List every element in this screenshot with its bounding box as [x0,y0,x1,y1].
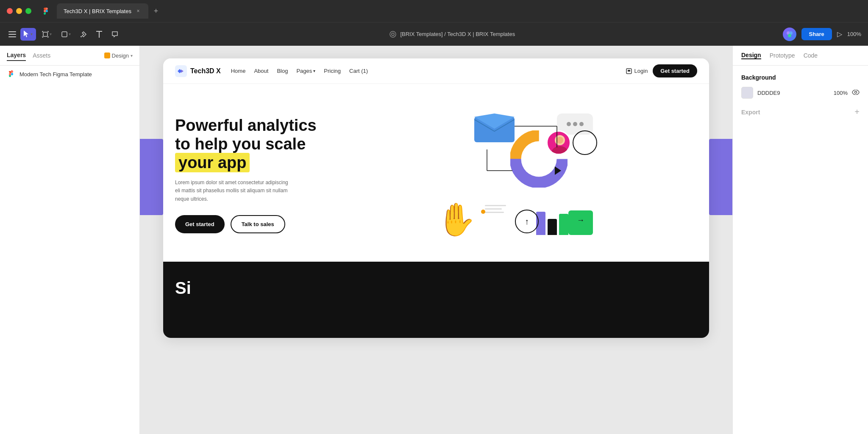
tab-bar: Tech3D X | BRIX Templates × + [57,3,861,19]
svg-point-12 [392,33,394,36]
hero-content: Powerful analytics to help you scale you… [175,116,336,233]
toolbar: ▾ ▾ ▾ [0,22,868,46]
nav-about[interactable]: About [254,68,268,74]
pen-tool[interactable] [77,28,90,40]
nav-blog[interactable]: Blog [277,68,288,74]
layer-label: Modern Tech Figma Template [19,71,92,77]
hero-description: Lorem ipsum dolor sit amet consectetur a… [175,179,294,203]
login-label: Login [634,68,648,74]
arrow-up-circle-illustration: ↑ [515,210,539,233]
tab-close-btn[interactable]: × [135,8,142,14]
shape-tool[interactable]: ▾ [58,28,74,40]
outline-circle-illustration [573,130,597,155]
hero-title-highlight: your app [175,153,250,172]
maximize-button[interactable] [25,8,31,14]
hero-secondary-btn[interactable]: Talk to sales [231,215,285,233]
nav-pricing[interactable]: Pricing [324,68,341,74]
close-button[interactable] [7,8,13,14]
panel-tab-design[interactable]: Design [741,52,761,59]
select-tool[interactable]: ▾ [20,28,36,41]
bubble-dot-3 [579,122,584,126]
frame-cta-button[interactable]: Get started [653,64,697,77]
svg-rect-18 [628,70,630,72]
nav-home[interactable]: Home [231,68,246,74]
svg-point-10 [81,36,82,37]
panel-body: Background DDDDE9 100% Export + [733,66,868,434]
design-dot-icon [104,53,110,58]
brand-logo: Tech3D X [175,65,221,77]
purple-accent-right [709,139,732,215]
toolbar-center: [BRIX Templates] / Tech3D X | BRIX Templ… [125,30,779,38]
list-lines-illustration [485,205,506,213]
frame-tool[interactable]: ▾ [39,28,55,40]
sidebar-tab-bar: Layers Assets Design ▾ [0,46,139,66]
figma-layer-icon [7,70,15,78]
svg-point-31 [855,91,857,94]
login-button[interactable]: Login [626,68,648,74]
design-badge[interactable]: Design ▾ [104,53,133,59]
background-section-label: Background [741,74,860,81]
toolbar-left: ▾ ▾ ▾ [7,28,122,41]
svg-rect-9 [62,32,67,37]
nav-cart[interactable]: Cart (1) [349,68,368,74]
bar-chart-illustration [536,212,568,235]
hand-illustration: 🤚 [436,201,476,238]
nav-pages[interactable]: Pages ▾ [296,68,315,74]
hero-title: Powerful analytics to help you scale you… [175,116,336,172]
background-opacity-value[interactable]: 100% [831,90,848,96]
export-add-button[interactable]: + [854,107,860,117]
background-color-swatch[interactable] [741,87,753,99]
canvas-area[interactable]: Tech3D X Home About Blog Pages ▾ Pricing… [140,46,732,434]
traffic-lights [7,8,31,14]
illustration-container: 🤚 → ↑ [436,107,597,243]
svg-point-15 [788,34,791,37]
hero-primary-btn[interactable]: Get started [175,215,225,233]
select-tool-chevron: ▾ [31,32,33,36]
right-panel: Design Prototype Code Background DDDDE9 … [732,46,868,434]
hero-title-line1: Powerful analytics [175,116,317,134]
background-color-value[interactable]: DDDDE9 [757,90,826,96]
comment-tool[interactable] [108,28,122,40]
toolbar-right: Share ▷ 100% [783,28,861,41]
hero-section: Powerful analytics to help you scale you… [163,84,709,262]
panel-tab-code[interactable]: Code [804,52,818,59]
dark-section-title: Si [175,279,697,298]
hero-title-line2: to help you scale [175,135,306,153]
svg-point-11 [390,31,396,37]
text-tool[interactable] [93,28,106,40]
layer-item[interactable]: Modern Tech Figma Template [0,66,139,83]
main-layout: Layers Assets Design ▾ Modern Tech Figma… [0,46,868,434]
background-color-row: DDDDE9 100% [741,87,860,99]
collaborator-avatar [783,28,796,41]
panel-tab-prototype[interactable]: Prototype [770,52,795,59]
sidebar-tab-layers[interactable]: Layers [7,50,26,61]
design-badge-label: Design [112,53,129,59]
orange-dot-illustration [481,210,485,214]
bubble-dot-2 [573,122,577,126]
svg-rect-0 [43,32,47,36]
export-row: Export + [741,107,860,117]
play-button[interactable]: ▷ [837,30,842,38]
hero-buttons: Get started Talk to sales [175,215,336,233]
nav-links: Home About Blog Pages ▾ Pricing Cart (1) [231,68,368,74]
title-bar: Tech3D X | BRIX Templates × + [0,0,868,22]
new-tab-btn[interactable]: + [150,5,162,17]
frame-navbar: Tech3D X Home About Blog Pages ▾ Pricing… [163,58,709,84]
bar-dark [548,219,557,235]
bar-green [559,214,568,235]
minimize-button[interactable] [16,8,22,14]
nav-actions: Login Get started [626,64,697,77]
arrow-right-illustration: → [577,216,584,225]
zoom-level[interactable]: 100% [847,31,861,37]
design-chevron-icon: ▾ [131,53,133,58]
share-button[interactable]: Share [801,28,832,40]
tab-title: Tech3D X | BRIX Templates [64,8,131,14]
arrow-up-icon: ↑ [525,217,529,227]
purple-accent-left [140,139,163,215]
active-tab[interactable]: Tech3D X | BRIX Templates × [57,3,148,19]
sidebar-tab-assets[interactable]: Assets [33,50,50,61]
export-label: Export [741,109,760,116]
visibility-icon[interactable] [852,89,860,97]
bubble-dot-1 [567,122,571,126]
menu-button[interactable] [7,30,18,39]
